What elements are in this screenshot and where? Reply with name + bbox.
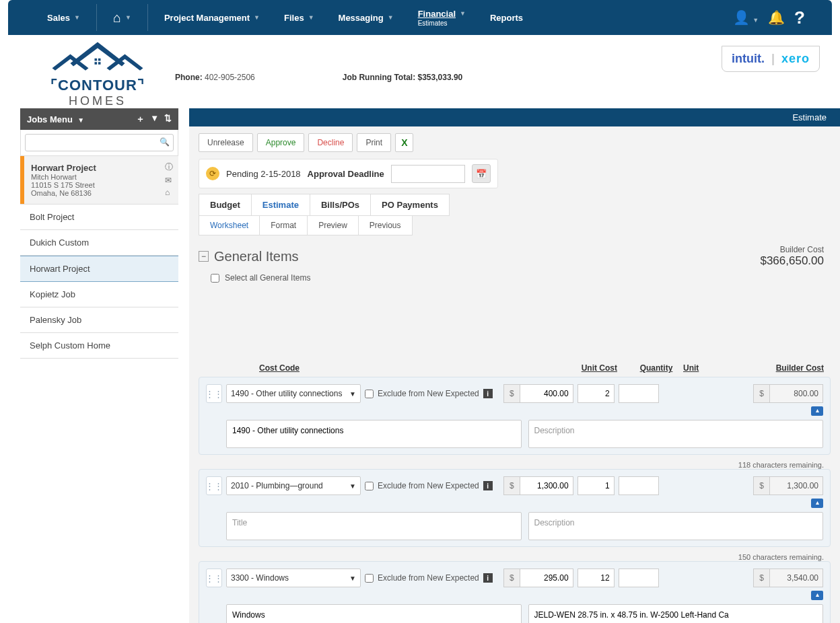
user-icon[interactable]: 👤▼ [733,9,759,26]
collapse-toggle-icon[interactable]: ▴ [811,406,823,416]
info-icon[interactable]: i [483,389,493,398]
nav-reports[interactable]: Reports [478,0,535,35]
quantity-input[interactable] [578,384,615,403]
line-description-input[interactable]: JELD-WEN 28.75 in. x 48.75 in. W-2500 Le… [528,604,824,623]
job-list-item[interactable]: Dukich Custom [20,230,178,256]
nav-files[interactable]: Files▼ [272,0,326,35]
nav-financial[interactable]: Financial▼ Estimates [406,0,478,35]
tab-budget[interactable]: Budget [199,194,252,215]
subtab-previous[interactable]: Previous [359,216,412,235]
excel-export-button[interactable]: X [395,133,413,152]
builder-cost-field: $ [753,569,823,587]
nav-project-management[interactable]: Project Management▼ [152,0,272,35]
tab-bills-pos[interactable]: Bills/POs [310,194,371,215]
jobs-menu-header: Jobs Menu ▼ ＋ ▼ ⇅ [20,108,178,130]
chevron-down-icon[interactable]: ▼ [77,116,84,124]
exclude-checkbox-row: Exclude from New Expected i [365,481,499,490]
nav-sales[interactable]: Sales▼ [35,0,92,35]
cost-code-select[interactable]: 2010 - Plumbing—ground▼ [226,476,361,495]
tab-po-payments[interactable]: PO Payments [371,194,449,215]
header: ⌜CONTOUR⌝ HOMES Phone: 402-905-2506 Job … [0,35,840,108]
job-list-item[interactable]: Kopietz Job [20,282,178,307]
line-title-input[interactable] [226,512,522,540]
collapse-icon[interactable]: − [199,251,209,262]
nav-home[interactable]: ⌂▼ [101,0,143,35]
help-icon[interactable]: ? [794,7,805,28]
running-total: Job Running Total: $353,033.90 [343,73,463,82]
job-card-selected[interactable]: Horwart Project Mitch Horwart 11015 S 17… [20,156,178,205]
nav-messaging[interactable]: Messaging▼ [326,0,406,35]
chevron-down-icon: ▼ [388,14,394,21]
exclude-checkbox[interactable] [365,574,374,583]
line-title-input[interactable]: 1490 - Other utility connections [226,420,522,448]
subtab-format[interactable]: Format [260,216,308,235]
print-button[interactable]: Print [357,133,391,152]
info-icon[interactable]: ⓘ [165,161,173,173]
line-item: ⋮⋮ 3300 - Windows▼ Exclude from New Expe… [199,561,831,623]
mail-icon[interactable]: ✉ [165,176,173,185]
sub-tabs: WorksheetFormatPreviewPrevious [199,216,413,235]
exclude-checkbox[interactable] [365,482,374,490]
unit-cost-input[interactable] [520,384,573,403]
select-all-checkbox[interactable] [211,274,219,283]
line-description-input[interactable] [528,420,824,448]
unit-input[interactable] [619,384,659,403]
collapse-toggle-icon[interactable]: ▴ [811,591,823,600]
job-list-item[interactable]: Horwart Project [20,256,178,282]
unit-input[interactable] [619,569,659,587]
unrelease-button[interactable]: Unrelease [199,133,253,152]
section-title[interactable]: −General Items [199,249,299,264]
xero-logo: xero [781,52,810,66]
chevron-down-icon: ▼ [74,14,80,21]
jobs-search-input[interactable] [25,134,174,151]
drag-handle-icon[interactable]: ⋮⋮ [206,384,222,403]
exclude-checkbox[interactable] [365,390,374,398]
pending-text: Pending 2-15-2018 [226,169,301,179]
tab-estimate[interactable]: Estimate [252,194,310,215]
calendar-icon[interactable]: 📅 [472,164,491,183]
deadline-input[interactable] [391,165,465,183]
drag-handle-icon[interactable]: ⋮⋮ [206,476,222,495]
unit-cost-field: $ [503,569,573,587]
collapse-toggle-icon[interactable]: ▴ [811,499,823,508]
unit-cost-input[interactable] [520,476,573,495]
cost-code-select[interactable]: 3300 - Windows▼ [226,569,361,587]
sort-icon[interactable]: ⇅ [164,113,172,125]
job-card-street: 11015 S 175 Street [31,181,172,189]
line-description-input[interactable] [528,512,824,540]
bell-icon[interactable]: 🔔 [768,9,785,26]
unit-cost-input[interactable] [520,569,573,587]
decline-button[interactable]: Decline [308,133,353,152]
job-list-item[interactable]: Selph Custom Home [20,333,178,359]
line-item: ⋮⋮ 1490 - Other utility connections▼ Exc… [199,377,831,455]
chars-remaining: 150 characters remaining. [199,551,831,561]
exclude-label: Exclude from New Expected [378,389,479,398]
quantity-input[interactable] [578,569,615,587]
job-list-item[interactable]: Palensky Job [20,307,178,333]
svg-rect-3 [95,59,98,61]
search-icon[interactable]: 🔍 [160,137,170,147]
jobs-search: 🔍 [20,130,178,156]
filter-icon[interactable]: ▼ [150,113,159,125]
subtab-worksheet[interactable]: Worksheet [199,216,260,235]
info-icon[interactable]: i [483,481,493,490]
job-list-item[interactable]: Bolt Project [20,205,178,230]
svg-rect-6 [98,62,101,65]
select-all-row[interactable]: Select all General Items [199,270,831,303]
drag-handle-icon[interactable]: ⋮⋮ [206,569,222,587]
builder-cost-field: $ [753,384,823,403]
approve-button[interactable]: Approve [257,133,305,152]
line-title-input[interactable]: Windows [226,604,522,623]
quantity-input[interactable] [578,476,615,495]
house-icon[interactable]: ⌂ [165,188,173,197]
action-row: Unrelease Approve Decline Print X [199,133,831,152]
cost-code-select[interactable]: 1490 - Other utility connections▼ [226,384,361,403]
unit-input[interactable] [619,476,659,495]
chevron-down-icon: ▼ [349,482,356,490]
intuit-logo: intuit. [732,52,765,66]
home-icon: ⌂ [113,10,121,26]
add-icon[interactable]: ＋ [136,113,145,125]
info-icon[interactable]: i [483,573,493,583]
subtab-preview[interactable]: Preview [308,216,359,235]
jobs-sidebar: Jobs Menu ▼ ＋ ▼ ⇅ 🔍 Horwart Project Mitc… [20,108,178,623]
